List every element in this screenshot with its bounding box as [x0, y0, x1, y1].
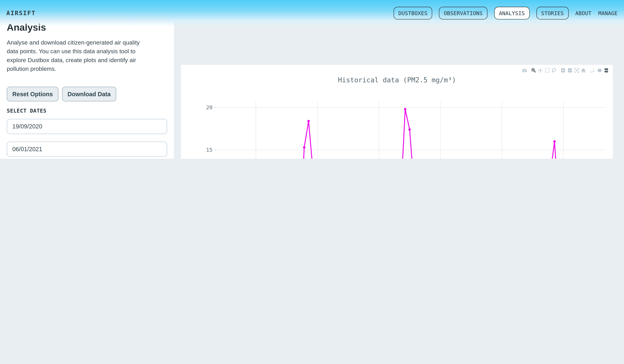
hover-closest-icon[interactable]: [597, 68, 602, 73]
chart-card: 5101520Oct 252020Nov 8Nov 22Dec 6Dec 20J…: [181, 65, 613, 159]
autoscale-icon[interactable]: [574, 68, 579, 73]
zoom-in-icon[interactable]: [560, 68, 566, 73]
nav-analysis[interactable]: ANALYSIS: [494, 7, 530, 20]
select-dates-label: SELECT DATES: [7, 108, 167, 113]
data-line: [230, 109, 568, 159]
home-icon[interactable]: [581, 68, 586, 73]
plot-modebar: [518, 68, 609, 73]
spikelines-icon[interactable]: [590, 68, 595, 73]
download-data-button[interactable]: Download Data: [62, 86, 116, 101]
start-date-input[interactable]: [7, 119, 167, 134]
camera-icon[interactable]: [522, 68, 527, 73]
nav-observations[interactable]: OBSERVATIONS: [439, 7, 487, 20]
reset-options-button[interactable]: Reset Options: [7, 86, 58, 101]
y-tick-label: 20: [206, 104, 212, 111]
data-point: [307, 120, 310, 122]
pan-icon[interactable]: [538, 68, 543, 73]
nav-manage[interactable]: MANAGE: [598, 10, 618, 16]
data-point: [404, 108, 406, 111]
zoom-icon[interactable]: [531, 68, 536, 73]
data-point: [553, 140, 556, 143]
main-nav: DUSTBOXESOBSERVATIONSANALYSISSTORIESABOU…: [393, 7, 618, 20]
lasso-icon[interactable]: [551, 68, 557, 73]
data-point: [303, 146, 305, 148]
y-tick-label: 15: [206, 147, 212, 153]
top-header: AIRSIFT DUSTBOXESOBSERVATIONSANALYSISSTO…: [0, 0, 624, 26]
nav-dustboxes[interactable]: DUSTBOXES: [393, 7, 432, 20]
airsift-logo: AIRSIFT: [6, 10, 36, 17]
end-date-input[interactable]: [7, 142, 167, 157]
data-point: [409, 128, 411, 131]
airsift-app: Analysis Analyse and download citizen-ge…: [0, 0, 624, 159]
chart-title: Historical data (PM2.5 mg/m³): [338, 76, 456, 84]
page-description: Analyse and download citizen-generated a…: [7, 38, 167, 73]
zoom-out-icon[interactable]: [567, 68, 573, 73]
nav-stories[interactable]: STORIES: [536, 7, 569, 20]
box-select-icon[interactable]: [545, 68, 550, 73]
hover-compare-icon[interactable]: [603, 68, 609, 73]
timeseries-plot[interactable]: 5101520Oct 252020Nov 8Nov 22Dec 6Dec 20J…: [181, 65, 613, 159]
nav-about[interactable]: ABOUT: [575, 10, 592, 16]
sidebar-actions: Reset Options Download Data: [7, 86, 167, 101]
